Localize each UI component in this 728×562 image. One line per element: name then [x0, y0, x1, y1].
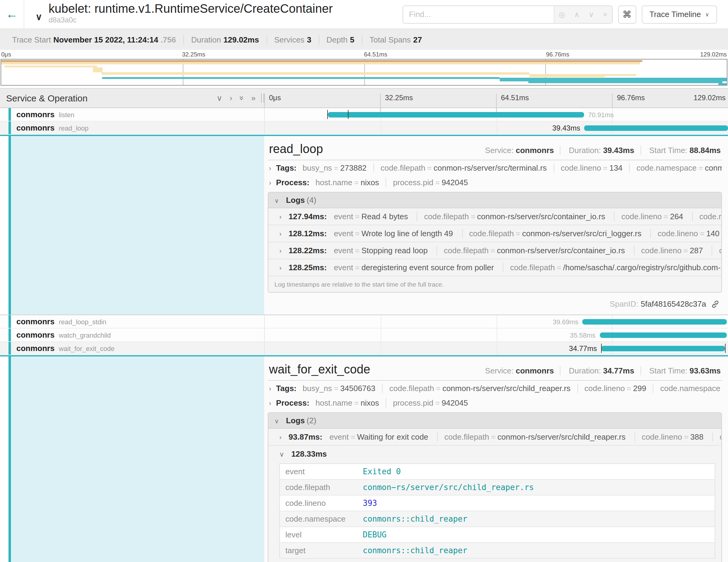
log-entry[interactable]: › 93.87ms: event=Waiting for exit code c… — [268, 429, 721, 446]
back-button[interactable]: ← — [0, 0, 24, 29]
span-duration-bar[interactable] — [600, 332, 727, 338]
span-meta: Service: conmonrs Duration: 34.77ms Star… — [485, 366, 721, 375]
minimap-span-bar — [4, 66, 97, 67]
log-marker — [348, 110, 348, 119]
trace-services: Services3 — [267, 35, 319, 44]
span-duration-label: 34.77ms — [569, 344, 597, 353]
span-detail-wait_for_exit_code: wait_for_exit_code Service: conmonrs Dur… — [0, 355, 728, 562]
chevron-down-icon: ∨ — [36, 11, 42, 22]
log-entry[interactable]: › 128.25ms: event=deregistering event so… — [268, 259, 721, 276]
span-row-wait_for_exit_code: conmonrs wait_for_exit_code 34.77ms — [0, 342, 728, 355]
minimap-tick-labels: 0μs 32.25ms 64.51ms 96.76ms 129.02ms — [0, 51, 728, 59]
span-duration-bar[interactable] — [328, 112, 584, 117]
back-arrow-icon: ← — [6, 7, 18, 21]
expand-one-icon[interactable]: › — [230, 94, 232, 103]
service-color-bar — [9, 136, 11, 315]
trace-view-selector[interactable]: Trace Timeline ∨ — [641, 5, 717, 23]
span-row-watch_grandchild: conmonrs watch_grandchild 35.58ms — [0, 329, 728, 342]
service-color-bar — [9, 342, 11, 355]
tag-chip: code.lineno=134 — [553, 163, 623, 172]
chevron-right-icon: › — [269, 165, 271, 172]
span-name-cell[interactable]: conmonrs watch_grandchild — [0, 329, 264, 341]
span-duration-label: 39.69ms — [553, 318, 578, 325]
collapse-deep-icon[interactable]: » — [237, 96, 246, 100]
timeline-gridline — [381, 121, 381, 134]
span-duration-bar[interactable] — [584, 125, 728, 131]
span-name-cell[interactable]: conmonrs wait_for_exit_code — [0, 342, 264, 355]
span-detail-read_loop: read_loop Service: conmonrs Duration: 39… — [0, 135, 728, 315]
operation-name: read_loop_stdin — [59, 318, 107, 325]
copy-link-icon[interactable] — [711, 300, 719, 308]
trace-duration: Duration129.02ms — [184, 35, 267, 44]
logs-accordion-header[interactable]: ∨ Logs(4) — [268, 192, 721, 208]
tags-accordion[interactable]: › Tags: busy_ns=34506763 code.filepath=c… — [268, 381, 722, 395]
logs-accordion-header[interactable]: ∨ Logs(2) — [268, 413, 721, 429]
span-name-cell[interactable]: conmonrs listen — [0, 108, 264, 121]
minimap-span-bar — [528, 81, 723, 83]
minimap-span-bar — [718, 83, 727, 85]
timeline-ruler: 0μs 32.25ms 64.51ms 96.76ms 129.02ms — [264, 89, 728, 107]
logs-section: ∨ Logs(2) › 93.87ms: event=Waiting for e… — [268, 412, 722, 562]
minimap-span-bar — [1, 62, 640, 64]
timeline-minimap: 0μs 32.25ms 64.51ms 96.76ms 129.02ms — [0, 50, 728, 86]
expand-all-icon[interactable]: » — [251, 94, 256, 103]
service-operation-header: Service & Operation ∨ › » » — [0, 89, 264, 107]
span-bar-cell: 35.58ms — [264, 329, 728, 341]
span-title: read_loop — [269, 142, 323, 156]
clear-search-icon[interactable]: × — [603, 10, 607, 19]
tag-chip: code.filepath=conmon-rs/server/src/child… — [382, 384, 571, 393]
page-title: kubelet: runtime.v1.RuntimeService/Creat… — [49, 2, 333, 16]
timeline-gridline — [496, 121, 497, 134]
service-operation-label: Service & Operation — [6, 93, 87, 103]
table-row: eventExited 0 — [280, 464, 715, 479]
process-accordion[interactable]: › Process: host.name=nixos process.pid=9… — [268, 175, 722, 189]
service-color-bar — [9, 121, 11, 134]
service-name: conmonrs — [16, 317, 55, 326]
log-entry[interactable]: › 128.22ms: event=Stopping read loop cod… — [268, 242, 721, 259]
collapse-all-icon[interactable]: ∨ — [216, 94, 222, 103]
chevron-right-icon: › — [279, 213, 281, 220]
minimap-span-bar — [101, 72, 529, 75]
chevron-right-icon: › — [279, 434, 281, 441]
trace-collapse-toggle[interactable]: ∨ — [32, 0, 46, 29]
service-name: conmonrs — [16, 110, 55, 119]
next-match-icon[interactable]: ∨ — [589, 10, 594, 19]
timeline-gridline — [496, 329, 497, 341]
find-input[interactable] — [403, 6, 553, 23]
span-duration-label: 70.91ms — [588, 111, 614, 118]
chevron-right-icon: › — [279, 230, 281, 237]
span-row-read_loop_stdin: conmonrs read_loop_stdin 39.69ms — [0, 315, 728, 329]
process-accordion[interactable]: › Process: host.name=nixos process.pid=9… — [268, 395, 722, 410]
service-name: conmonrs — [16, 123, 55, 132]
operation-name: listen — [59, 111, 74, 118]
chevron-right-icon: › — [279, 264, 281, 271]
tag-chip: code.filepath=conmon-rs/server/src/termi… — [373, 163, 547, 172]
span-row-read_loop: conmonrs read_loop 39.43ms — [0, 121, 728, 135]
log-entry[interactable]: › 128.12ms: event=Wrote log line of leng… — [268, 225, 721, 242]
column-resizer-handle[interactable] — [261, 94, 264, 103]
keyboard-shortcuts-button[interactable]: ⌘ — [618, 5, 636, 23]
chevron-down-icon: ∨ — [705, 11, 709, 17]
span-duration-label: 35.58ms — [570, 331, 595, 339]
minimap-span-bar — [604, 74, 636, 76]
minimap-canvas[interactable] — [1, 59, 727, 86]
span-detail-panel: wait_for_exit_code Service: conmonrs Dur… — [264, 356, 728, 562]
log-entry[interactable]: › 127.94ms: event=Read 4 bytes code.file… — [268, 208, 721, 225]
table-row: levelDEBUG — [280, 527, 715, 543]
chevron-right-icon: › — [269, 400, 271, 407]
chevron-down-icon: ∨ — [274, 418, 279, 424]
span-duration-bar[interactable] — [601, 346, 725, 351]
chevron-down-icon: ∨ — [279, 451, 284, 458]
span-name-cell[interactable]: conmonrs read_loop_stdin — [0, 315, 264, 328]
view-selector-label: Trace Timeline — [649, 10, 701, 19]
span-name-cell[interactable]: conmonrs read_loop — [0, 121, 264, 134]
tags-accordion[interactable]: › Tags: busy_ns=273882 code.filepath=con… — [268, 160, 722, 175]
prev-match-icon[interactable]: ∧ — [574, 10, 580, 19]
chevron-down-icon: ∨ — [274, 197, 279, 204]
match-case-icon[interactable]: ◎ — [559, 10, 565, 19]
process-chip: host.name=nixos — [315, 178, 379, 187]
log-entry-expanded[interactable]: ∨ 128.33ms — [268, 446, 721, 460]
header-controls: ◎ ∧ ∨ × ⌘ Trace Timeline ∨ — [402, 0, 728, 29]
span-duration-bar[interactable] — [583, 319, 727, 324]
trace-header: ← ∨ kubelet: runtime.v1.RuntimeService/C… — [0, 0, 728, 29]
